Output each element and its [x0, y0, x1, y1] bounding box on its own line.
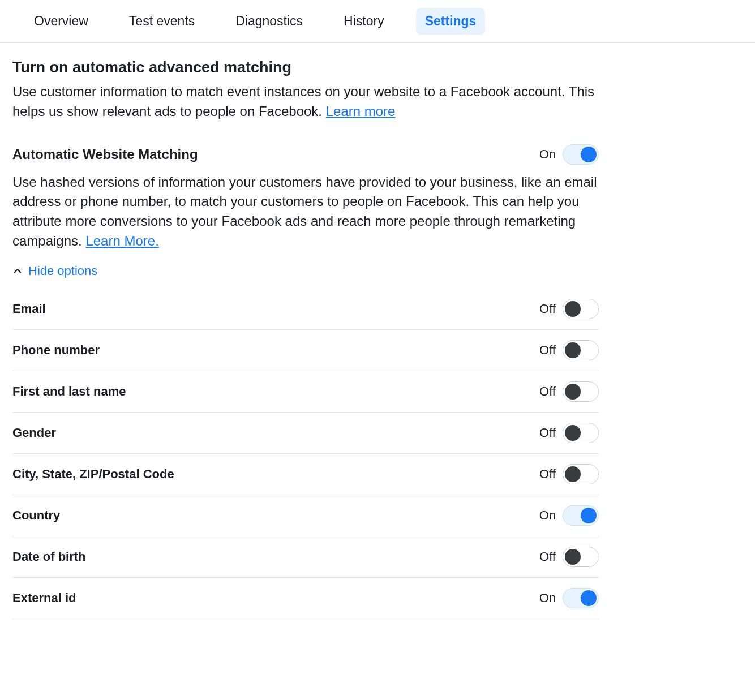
learn-more-link[interactable]: Learn more [326, 104, 396, 119]
chevron-up-icon [12, 266, 23, 276]
option-label: External id [12, 591, 76, 605]
option-label: Phone number [12, 343, 100, 358]
tab-history[interactable]: History [334, 8, 393, 35]
option-state-label: On [539, 591, 556, 605]
option-state-label: Off [539, 343, 556, 358]
option-toggle[interactable] [563, 299, 599, 319]
option-toggle-group: Off [539, 340, 599, 360]
toggle-knob [581, 590, 597, 606]
option-row: EmailOff [12, 289, 599, 330]
option-toggle[interactable] [563, 547, 599, 567]
option-row: GenderOff [12, 413, 599, 454]
section-title: Turn on automatic advanced matching [12, 59, 599, 76]
option-toggle[interactable] [563, 381, 599, 402]
auto-matching-title: Automatic Website Matching [12, 147, 198, 162]
learn-more-link-2[interactable]: Learn More. [85, 233, 158, 248]
auto-matching-toggle[interactable] [563, 144, 599, 165]
option-toggle-group: Off [539, 381, 599, 402]
option-row: City, State, ZIP/Postal CodeOff [12, 454, 599, 495]
tab-diagnostics[interactable]: Diagnostics [226, 8, 312, 35]
hide-options-toggle[interactable]: Hide options [12, 261, 599, 281]
option-toggle-group: On [539, 505, 599, 526]
tab-settings[interactable]: Settings [416, 8, 486, 35]
tabs-bar: OverviewTest eventsDiagnosticsHistorySet… [0, 0, 755, 43]
option-state-label: On [539, 508, 556, 523]
toggle-knob [565, 301, 581, 317]
option-toggle-group: Off [539, 423, 599, 443]
option-state-label: Off [539, 384, 556, 399]
option-toggle[interactable] [563, 340, 599, 360]
option-row: External idOn [12, 578, 599, 619]
option-toggle[interactable] [563, 588, 599, 608]
option-toggle-group: Off [539, 299, 599, 319]
toggle-knob [565, 425, 581, 441]
tab-overview[interactable]: Overview [25, 8, 97, 35]
option-row: Date of birthOff [12, 536, 599, 578]
option-state-label: Off [539, 467, 556, 482]
toggle-knob [565, 384, 581, 400]
auto-matching-description: Use hashed versions of information your … [12, 173, 599, 251]
option-label: Email [12, 302, 46, 316]
toggle-knob [581, 508, 597, 523]
toggle-knob [565, 342, 581, 358]
tab-test-events[interactable]: Test events [120, 8, 204, 35]
option-label: Country [12, 508, 60, 523]
section-description-text: Use customer information to match event … [12, 84, 594, 119]
option-state-label: Off [539, 426, 556, 440]
option-row: CountryOn [12, 495, 599, 536]
option-toggle-group: Off [539, 464, 599, 484]
option-label: Date of birth [12, 549, 86, 564]
option-row: First and last nameOff [12, 371, 599, 413]
auto-matching-state-label: On [539, 147, 556, 162]
option-toggle[interactable] [563, 505, 599, 526]
option-toggle[interactable] [563, 423, 599, 443]
auto-matching-toggle-group: On [539, 144, 599, 165]
option-state-label: Off [539, 549, 556, 564]
hide-options-label: Hide options [28, 264, 97, 278]
options-list: EmailOffPhone numberOffFirst and last na… [12, 289, 599, 619]
option-toggle-group: Off [539, 547, 599, 567]
section-description: Use customer information to match event … [12, 82, 599, 122]
option-toggle-group: On [539, 588, 599, 608]
option-label: First and last name [12, 384, 126, 399]
option-label: Gender [12, 426, 56, 440]
option-label: City, State, ZIP/Postal Code [12, 467, 174, 482]
option-toggle[interactable] [563, 464, 599, 484]
auto-matching-header-row: Automatic Website Matching On [12, 144, 599, 165]
toggle-knob [565, 549, 581, 565]
option-state-label: Off [539, 302, 556, 316]
toggle-knob [581, 147, 597, 162]
option-row: Phone numberOff [12, 330, 599, 371]
settings-content: Turn on automatic advanced matching Use … [0, 43, 611, 642]
toggle-knob [565, 466, 581, 482]
